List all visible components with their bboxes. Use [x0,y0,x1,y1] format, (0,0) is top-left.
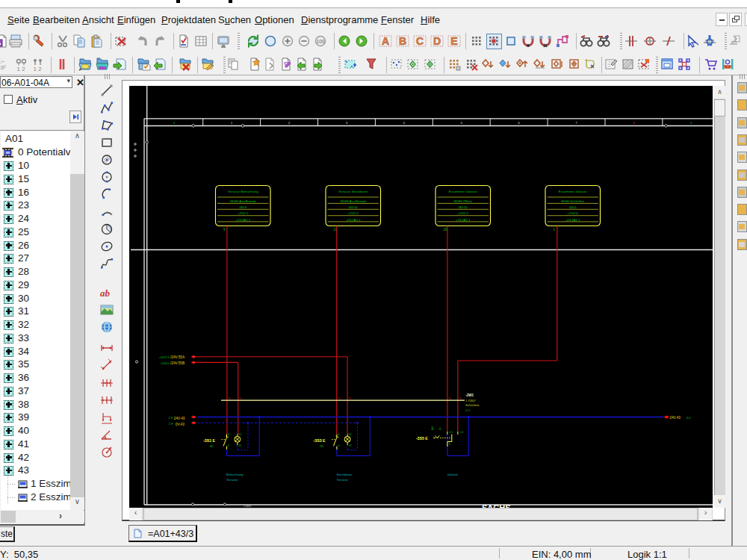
svg-text:(2.1: (2.1 [465,409,470,412]
svg-text:+25/2.2: +25/2.2 [238,211,249,215]
svg-text:1 2: 1 2 [34,66,43,72]
svg-text:/4.0: /4.0 [686,417,691,420]
svg-text:0: 0 [173,122,175,125]
svg-text:Auf: Auf [431,426,434,430]
svg-text:Zu: Zu [438,427,441,430]
svg-text:+55/6.0: +55/6.0 [161,362,170,365]
svg-text:16: 16 [444,228,448,231]
svg-text:2.9/: 2.9/ [169,423,173,426]
svg-text:4: 4 [338,433,339,436]
svg-text:Jalousie: Jalousie [447,473,459,476]
svg-text:I43.10: I43.10 [349,205,358,209]
svg-text:100: 100 [317,39,325,44]
svg-text:1: 1 [554,228,556,231]
svg-text:-2W1: -2W1 [465,393,474,397]
svg-text:9: 9 [690,122,692,125]
svg-text:+30/17.9: +30/17.9 [159,356,170,359]
svg-text:7: 7 [576,122,577,125]
svg-text:+25/2.2: +25/2.2 [348,211,359,215]
svg-text:3: 3 [338,444,339,447]
svg-text:1 2: 1 2 [17,66,26,72]
svg-text:4.2: 4.2 [460,431,464,434]
svg-text:+23-2A2.1: +23-2A2.1 [456,218,471,222]
svg-text:Terrasse Beleuchtung: Terrasse Beleuchtung [228,190,259,193]
svg-text:-3S3 E: -3S3 E [314,438,326,443]
svg-text:-3S1 E: -3S1 E [203,438,216,443]
svg-text:I44.0: I44.0 [569,205,577,209]
svg-text:8x2x0,6mm: 8x2x0,6mm [465,404,479,407]
svg-text:HIGH-Öffnen: HIGH-Öffnen [453,199,472,203]
svg-text:X2: X2 [349,444,352,447]
svg-text:24V.43: 24V.43 [174,417,185,420]
svg-text:+23-2A2.1: +23-2A2.1 [235,218,250,222]
svg-text:1-100.0: 1-100.0 [244,505,252,508]
svg-text:I43.15: I43.15 [459,205,468,209]
svg-text:+23-2A2.1: +23-2A2.1 [346,218,361,222]
svg-text:Terrasse: Terrasse [226,478,238,482]
svg-text:C: C [416,35,424,47]
svg-text:4.1: 4.1 [450,431,453,434]
svg-text:I43.8: I43.8 [240,205,247,209]
svg-text:5: 5 [461,122,462,125]
svg-text:3: 3 [449,443,450,446]
svg-text:8: 8 [633,122,634,125]
svg-text:D: D [433,35,441,47]
svg-text:B: B [399,35,406,47]
svg-text:Esszimmer Jalousie: Esszimmer Jalousie [449,190,477,193]
svg-text:3: 3 [228,444,229,447]
svg-text:X1: X1 [349,433,352,436]
svg-text:1-Y(St)Y: 1-Y(St)Y [465,399,476,402]
svg-text:+25/2.6: +25/2.6 [568,211,579,215]
svg-text:Terrasse: Terrasse [337,478,349,482]
svg-text:33²: 33² [0,64,6,71]
svg-text:+25/2.2: +25/2.2 [458,211,469,215]
svg-text:0V.43: 0V.43 [176,423,185,426]
svg-text:X1: X1 [238,433,241,436]
svg-text:HIGH-Schließen: HIGH-Schließen [561,199,585,203]
svg-text:/24V.55B: /24V.55B [170,361,185,365]
svg-text:HIGH-Aus/Betrieb: HIGH-Aus/Betrieb [341,199,367,203]
svg-text:E: E [450,35,457,47]
svg-text:A: A [382,35,389,47]
svg-text:9: 9 [223,228,226,231]
svg-text:Esszimmer Jalousie: Esszimmer Jalousie [559,190,587,193]
svg-text:4: 4 [228,433,229,436]
svg-text:/24V.55A: /24V.55A [170,355,185,359]
svg-text:4: 4 [403,122,405,125]
svg-text:RD: RD [320,445,324,448]
svg-text:Steckdosen: Steckdosen [337,473,353,476]
svg-text:HIGH-Aus/Betrieb: HIGH-Aus/Betrieb [230,199,256,203]
svg-text:SACHS: SACHS [482,503,511,508]
svg-text:6: 6 [518,122,520,125]
svg-text:X2: X2 [238,444,241,447]
svg-text:1: 1 [231,122,232,125]
svg-text:3: 3 [346,122,347,125]
svg-text:+23-2A2.2: +23-2A2.2 [565,218,580,222]
svg-text:RD: RD [210,445,214,448]
svg-text:Beleuchtung: Beleuchtung [226,473,243,476]
svg-text:24V.43: 24V.43 [669,416,681,420]
svg-text:ab: ab [100,287,111,299]
svg-text:2.9/: 2.9/ [169,417,173,420]
svg-text:-3S5 E: -3S5 E [416,436,429,441]
svg-text:Terrasse Steckdosen: Terrasse Steckdosen [338,190,368,193]
svg-text:2: 2 [288,122,290,125]
